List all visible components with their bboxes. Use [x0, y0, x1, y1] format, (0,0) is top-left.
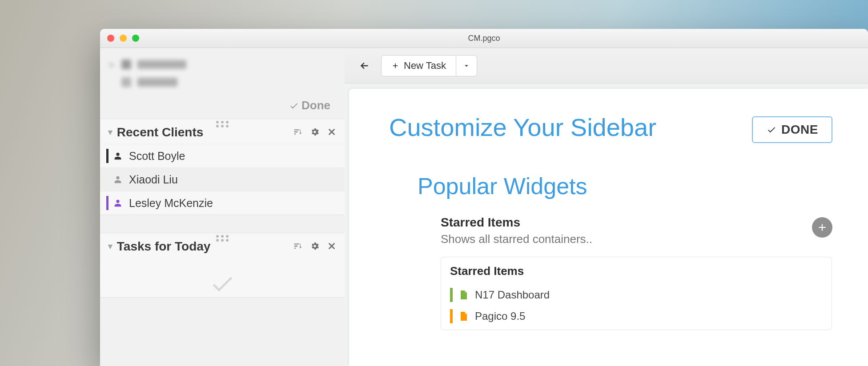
titlebar: CM.pgco: [100, 29, 868, 48]
drag-handle-icon[interactable]: [216, 121, 229, 127]
sidebar-done-row[interactable]: Done: [100, 95, 345, 119]
person-icon: [113, 174, 123, 185]
widget-title-text: Recent Clients: [117, 125, 204, 139]
done-button-label: DONE: [781, 123, 818, 137]
sort-icon: [293, 241, 303, 251]
client-row[interactable]: Scott Boyle: [100, 144, 345, 167]
sidebar-done-label: Done: [301, 99, 330, 112]
close-icon: [327, 127, 337, 137]
widget-option-name: Starred Items: [441, 215, 832, 230]
accent-bar: [450, 309, 453, 323]
window-title: CM.pgco: [100, 34, 868, 43]
plus-icon: [391, 62, 399, 70]
widget-preview-card: Starred Items N17 DashboardPagico 9.5: [441, 257, 832, 330]
drag-handle-icon[interactable]: [216, 235, 229, 242]
main-content: Customize Your Sidebar DONE Popular Widg…: [349, 89, 868, 366]
widget-settings-button[interactable]: [310, 127, 320, 138]
widget-sort-button[interactable]: [293, 127, 303, 138]
accent-bar: [106, 172, 108, 187]
check-icon: [289, 101, 299, 111]
arrow-left-icon: [359, 60, 370, 72]
accent-bar: [450, 288, 453, 302]
toolbar: New Task: [345, 48, 868, 84]
widget-settings-button[interactable]: [310, 241, 320, 252]
client-row[interactable]: Lesley McKenzie: [100, 191, 345, 215]
tasks-today-empty: [100, 258, 345, 297]
document-icon: [458, 310, 469, 323]
preview-title: Starred Items: [450, 264, 823, 278]
close-window-button[interactable]: [107, 35, 114, 42]
close-icon: [327, 241, 337, 251]
sidebar-widget-tasks-today: ▼Tasks for Today: [100, 233, 345, 298]
sort-icon: [293, 127, 303, 137]
sidebar: ▸ Done ▼Recent Clients Scott BoyleXiaodi…: [100, 48, 345, 366]
new-task-label: New Task: [404, 60, 446, 72]
preview-row-label: N17 Dashboard: [475, 289, 550, 301]
check-icon: [766, 125, 777, 135]
app-window: CM.pgco ▸ Done ▼Recent Clients Scott Boy…: [100, 29, 868, 366]
sidebar-blurred-section: ▸: [100, 48, 345, 95]
zoom-window-button[interactable]: [132, 35, 139, 42]
back-button[interactable]: [357, 58, 372, 73]
widget-header[interactable]: ▼Recent Clients: [100, 119, 345, 144]
client-name: Xiaodi Liu: [129, 173, 178, 186]
widget-remove-button[interactable]: [327, 241, 337, 252]
accent-bar: [106, 149, 108, 163]
widget-header[interactable]: ▼Tasks for Today: [100, 233, 345, 258]
page-title: Customize Your Sidebar: [389, 113, 656, 142]
minimize-window-button[interactable]: [120, 35, 127, 42]
preview-row[interactable]: Pagico 9.5: [450, 306, 823, 327]
gear-icon: [310, 127, 320, 137]
widget-option-desc: Shows all starred containers..: [441, 232, 832, 246]
done-button[interactable]: DONE: [752, 116, 832, 143]
client-name: Scott Boyle: [129, 150, 185, 163]
widget-title-text: Tasks for Today: [117, 239, 211, 254]
widget-option-starred: Starred Items Shows all starred containe…: [441, 215, 832, 246]
big-check-icon: [207, 271, 238, 297]
chevron-down-icon: [462, 62, 470, 70]
section-title: Popular Widgets: [418, 173, 832, 199]
client-row[interactable]: Xiaodi Liu: [100, 167, 345, 191]
add-widget-button[interactable]: [812, 217, 832, 238]
new-task-button[interactable]: New Task: [381, 55, 456, 76]
widget-remove-button[interactable]: [327, 127, 337, 138]
person-icon: [113, 151, 123, 161]
disclosure-triangle-icon[interactable]: ▼: [106, 128, 114, 137]
disclosure-triangle-icon[interactable]: ▼: [106, 242, 114, 251]
gear-icon: [310, 241, 320, 251]
document-icon: [458, 288, 469, 302]
preview-row[interactable]: N17 Dashboard: [450, 284, 823, 306]
client-name: Lesley McKenzie: [129, 197, 213, 210]
new-task-dropdown[interactable]: [456, 55, 477, 76]
widget-sort-button[interactable]: [293, 241, 303, 252]
accent-bar: [106, 196, 108, 210]
window-controls: [107, 35, 139, 42]
new-task-button-group: New Task: [381, 55, 477, 76]
preview-row-label: Pagico 9.5: [475, 310, 525, 322]
person-icon: [113, 198, 123, 208]
plus-icon: [816, 222, 828, 233]
sidebar-widget-recent-clients: ▼Recent Clients Scott BoyleXiaodi LiuLes…: [100, 119, 345, 215]
